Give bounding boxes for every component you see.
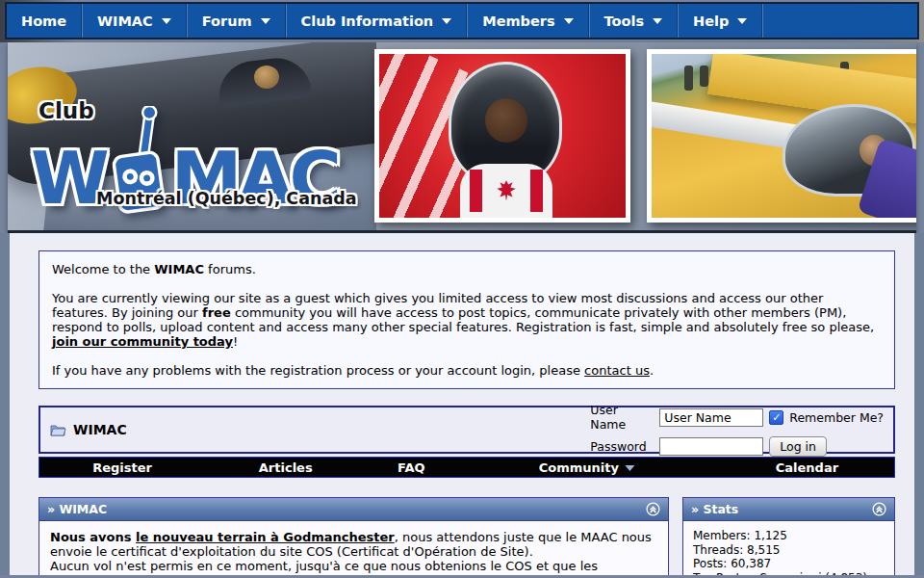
stats-threads-value: 8,515 [747,543,780,557]
forum-header-box: WIMAC User Name ✓ Remember Me? Password … [38,406,895,454]
club-logo-banner[interactable]: Club W MAC Montréal (Québec), Can [8,42,376,230]
stats-label: Members: [693,529,754,542]
welcome-line: Welcome to the WIMAC forums. [52,262,882,276]
panel-stats-title: » Stats [691,502,738,516]
nav-row: Home WIMAC Forum Club Information Member… [6,3,918,39]
flag-red-bar [470,170,482,212]
panels-row: » WIMAC Nous avons le nouveau terrain à … [38,497,895,575]
banner-photo-yellow-biplane [647,49,916,223]
join-community-link[interactable]: join our community today [52,334,233,349]
collapse-icon[interactable] [646,502,660,516]
contact-paragraph: If you have any problems with the regist… [52,363,882,378]
nav-item-wimac[interactable]: WIMAC [82,4,187,38]
red-plane-pilot-figure [485,98,527,143]
chevron-down-icon [162,18,171,24]
panel-stats-body: Members: 1,125 Threads: 8,515 Posts: 60,… [683,521,894,575]
nav-item-home[interactable]: Home [7,4,82,38]
stats-posts-value: 60,387 [731,557,771,570]
chevron-down-icon [564,18,574,24]
nav-label: WIMAC [97,13,153,29]
collapse-icon[interactable] [872,502,886,516]
brand-name: WIMAC [154,262,204,276]
guest-info-paragraph: You are currently viewing our site as a … [52,291,882,349]
warbird-photo-pilot [254,66,279,89]
chevron-down-icon [653,18,662,24]
login-form: User Name ✓ Remember Me? Password Log in [590,403,884,457]
panel-stats-header: » Stats [683,498,894,521]
panel-stats: » Stats Members: 1,125 Threads: 8,515 Po… [682,497,895,575]
banner-photo-red-plane [374,49,630,223]
remember-me-label: Remember Me? [789,410,884,425]
nav-label: Club Information [301,13,434,29]
welcome-text: . [650,363,654,378]
stats-members-value: 1,125 [754,529,786,542]
menubar-faq-link[interactable]: FAQ [398,458,425,479]
stats-label: Top Poster: [693,571,759,576]
nav-item-club-information[interactable]: Club Information [286,4,468,38]
menubar-calendar-link[interactable]: Calendar [776,458,838,479]
panel-wimac-title: » WIMAC [47,502,107,516]
welcome-notice: Welcome to the WIMAC forums. You are cur… [38,250,895,389]
forum-title: WIMAC [50,422,127,437]
stats-members-row: Members: 1,125 [693,529,885,543]
logo-letter-w: W [31,143,106,214]
stats-posts-row: Posts: 60,387 [693,557,885,571]
maple-leaf-icon [494,178,519,203]
top-navigation-bar: Home WIMAC Forum Club Information Member… [0,0,924,42]
nav-label: Tools [604,13,645,29]
community-label: Community [539,458,619,479]
menubar-community-menu[interactable]: Community [539,458,634,479]
username-input[interactable] [659,408,763,427]
announcement-text: Aucun vol n'est permis en ce moment, jus… [50,559,598,575]
panel-wimac-body: Nous avons le nouveau terrain à Godmanch… [39,521,668,575]
nav-item-tools[interactable]: Tools [589,4,679,38]
logo-tagline: Montréal (Québec), Canada [96,189,357,208]
chevron-down-icon [261,18,270,24]
remember-me-checkbox[interactable]: ✓ [769,410,783,425]
nav-filler [762,4,917,38]
announcement-intro: Nous avons [50,530,136,544]
spectator-figure [700,66,708,87]
welcome-text: ! [233,334,238,349]
godmanchester-link[interactable]: le nouveau terrain à Godmanchester [136,530,395,544]
contact-us-link[interactable]: contact us [584,363,650,378]
password-row: Password Log in [590,436,884,457]
menubar-register-link[interactable]: Register [92,458,152,479]
nav-label: Forum [202,13,252,29]
folder-icon [50,423,66,437]
flag-red-bar [530,170,543,212]
stats-label: Threads: [693,543,747,557]
top-poster-link[interactable]: Sempai-mj [759,571,821,576]
nav-label: Members [482,13,554,29]
top-poster-count: (4,853) [822,571,868,576]
chevron-down-icon [625,465,634,471]
welcome-text: If you have any problems with the regist… [52,363,584,378]
canada-flag [460,164,552,218]
header-banner: Club W MAC Montréal (Québec), Can [8,42,916,233]
username-label: User Name [590,403,654,432]
main-content: Welcome to the WIMAC forums. You are cur… [0,233,924,575]
welcome-text: Welcome to the [52,262,154,276]
forum-menubar: Register Articles FAQ Community Calendar [38,457,895,478]
login-button[interactable]: Log in [769,436,827,457]
username-row: User Name ✓ Remember Me? [590,403,884,432]
stats-top-poster-row: Top Poster: Sempai-mj (4,853) [693,571,885,576]
page: Home WIMAC Forum Club Information Member… [0,0,924,578]
panel-wimac: » WIMAC Nous avons le nouveau terrain à … [38,497,669,575]
nav-label: Home [21,13,66,29]
nav-item-help[interactable]: Help [678,4,762,38]
welcome-text: forums. [204,262,256,276]
stats-label: Posts: [693,557,731,570]
nav-item-forum[interactable]: Forum [187,4,286,38]
password-input[interactable] [659,437,763,456]
panel-wimac-header: » WIMAC [39,498,668,521]
stats-threads-row: Threads: 8,515 [693,543,885,558]
forum-title-text: WIMAC [73,422,127,437]
chevron-down-icon [442,18,451,24]
nav-label: Help [693,13,729,29]
password-label: Password [590,439,654,454]
spectator-figure [684,66,693,91]
menubar-articles-link[interactable]: Articles [259,458,313,479]
nav-item-members[interactable]: Members [467,4,588,38]
chevron-down-icon [737,18,747,24]
